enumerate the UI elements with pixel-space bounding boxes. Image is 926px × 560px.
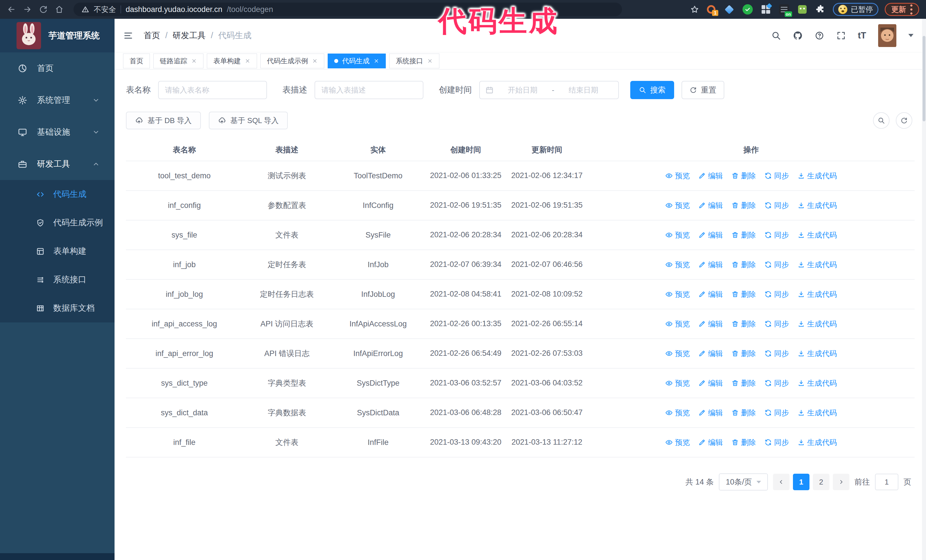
menu-toggle-icon[interactable] <box>123 30 133 41</box>
help-icon[interactable] <box>815 31 824 41</box>
action-generate[interactable]: 生成代码 <box>797 378 837 388</box>
action-edit[interactable]: 编辑 <box>698 319 723 329</box>
action-generate[interactable]: 生成代码 <box>797 201 837 210</box>
action-edit[interactable]: 编辑 <box>698 408 723 418</box>
action-generate[interactable]: 生成代码 <box>797 349 837 359</box>
sidebar-subitem-codegen-example[interactable]: 代码生成示例 <box>0 208 115 237</box>
action-edit[interactable]: 编辑 <box>698 438 723 447</box>
search-icon[interactable] <box>771 31 781 41</box>
table-row[interactable]: sys_dict_type字典类型表SysDictType2021-03-06 … <box>126 368 915 398</box>
toggle-search-button[interactable] <box>873 112 890 129</box>
action-sync[interactable]: 同步 <box>764 201 789 210</box>
sidebar-item-infra[interactable]: 基础设施 <box>0 116 115 148</box>
extension-gem-icon[interactable] <box>723 3 735 15</box>
action-generate[interactable]: 生成代码 <box>797 260 837 270</box>
import-db-button[interactable]: 基于 DB 导入 <box>126 112 201 129</box>
page-button-2[interactable]: 2 <box>813 474 829 490</box>
action-preview[interactable]: 预览 <box>665 349 690 359</box>
fullscreen-icon[interactable] <box>836 31 846 41</box>
profile-paused-badge[interactable]: 已暂停 <box>833 3 878 16</box>
action-sync[interactable]: 同步 <box>764 290 789 299</box>
action-preview[interactable]: 预览 <box>665 260 690 270</box>
scrollbar-thumb[interactable] <box>923 36 925 121</box>
extension-check-icon[interactable] <box>741 3 754 15</box>
table-row[interactable]: sys_file文件表SysFile2021-02-06 20:28:34202… <box>126 220 915 250</box>
action-preview[interactable]: 预览 <box>665 230 690 240</box>
reload-icon[interactable] <box>39 5 48 14</box>
sidebar-collapse-bar[interactable] <box>0 553 115 560</box>
action-sync[interactable]: 同步 <box>764 171 789 181</box>
tab-链路追踪[interactable]: 链路追踪 <box>153 54 203 68</box>
table-row[interactable]: inf_config参数配置表InfConfig2021-02-06 19:51… <box>126 191 915 220</box>
action-preview[interactable]: 预览 <box>665 201 690 210</box>
extension-tampermonkey-icon[interactable]: on <box>778 3 790 15</box>
reset-button[interactable]: 重置 <box>682 81 724 99</box>
tab-首页[interactable]: 首页 <box>123 54 150 68</box>
extension-grid-icon[interactable] <box>760 3 772 15</box>
action-edit[interactable]: 编辑 <box>698 230 723 240</box>
action-preview[interactable]: 预览 <box>665 319 690 329</box>
action-sync[interactable]: 同步 <box>764 230 789 240</box>
table-row[interactable]: inf_api_error_logAPI 错误日志InfApiErrorLog2… <box>126 339 915 368</box>
table-row[interactable]: tool_test_demo测试示例表ToolTestDemo2021-02-0… <box>126 161 915 191</box>
action-delete[interactable]: 删除 <box>731 438 756 447</box>
github-icon[interactable] <box>793 31 803 41</box>
action-preview[interactable]: 预览 <box>665 290 690 299</box>
date-range-picker[interactable]: 开始日期 - 结束日期 <box>479 81 619 99</box>
tab-代码生成[interactable]: 代码生成 <box>328 54 386 68</box>
page-button-1[interactable]: 1 <box>793 474 809 490</box>
sidebar-subitem-api[interactable]: 系统接口 <box>0 266 115 294</box>
action-edit[interactable]: 编辑 <box>698 378 723 388</box>
action-sync[interactable]: 同步 <box>764 319 789 329</box>
forward-icon[interactable] <box>23 5 32 14</box>
action-delete[interactable]: 删除 <box>731 290 756 299</box>
table-row[interactable]: inf_file文件表InfFile2021-03-13 09:43:20202… <box>126 428 915 457</box>
action-preview[interactable]: 预览 <box>665 378 690 388</box>
prev-page-button[interactable] <box>773 474 790 490</box>
action-delete[interactable]: 删除 <box>731 319 756 329</box>
action-edit[interactable]: 编辑 <box>698 290 723 299</box>
action-sync[interactable]: 同步 <box>764 260 789 270</box>
breadcrumb-item[interactable]: 研发工具 <box>172 30 206 41</box>
extensions-puzzle-icon[interactable] <box>815 3 826 15</box>
sidebar-subitem-codegen[interactable]: 代码生成 <box>0 180 115 208</box>
sidebar-item-home[interactable]: 首页 <box>0 53 115 84</box>
action-delete[interactable]: 删除 <box>731 230 756 240</box>
action-delete[interactable]: 删除 <box>731 349 756 359</box>
scrollbar[interactable] <box>922 19 926 560</box>
action-generate[interactable]: 生成代码 <box>797 230 837 240</box>
search-button[interactable]: 搜索 <box>630 81 674 99</box>
table-desc-input[interactable] <box>315 81 424 99</box>
home-icon[interactable] <box>55 5 64 14</box>
action-delete[interactable]: 删除 <box>731 378 756 388</box>
next-page-button[interactable] <box>833 474 849 490</box>
end-date-placeholder[interactable]: 结束日期 <box>554 85 613 95</box>
action-preview[interactable]: 预览 <box>665 408 690 418</box>
tab-系统接口[interactable]: 系统接口 <box>389 54 439 68</box>
refresh-table-button[interactable] <box>896 112 912 129</box>
action-edit[interactable]: 编辑 <box>698 201 723 210</box>
action-edit[interactable]: 编辑 <box>698 349 723 359</box>
action-generate[interactable]: 生成代码 <box>797 290 837 299</box>
action-generate[interactable]: 生成代码 <box>797 319 837 329</box>
table-name-input[interactable] <box>158 81 267 99</box>
caret-down-icon[interactable] <box>908 34 914 37</box>
action-preview[interactable]: 预览 <box>665 438 690 447</box>
action-sync[interactable]: 同步 <box>764 408 789 418</box>
table-row[interactable]: inf_job_log定时任务日志表InfJobLog2021-02-08 04… <box>126 280 915 309</box>
import-sql-button[interactable]: 基于 SQL 导入 <box>209 112 288 129</box>
action-sync[interactable]: 同步 <box>764 349 789 359</box>
app-logo[interactable]: 芋道管理系统 <box>0 19 115 53</box>
sidebar-subitem-form-builder[interactable]: 表单构建 <box>0 237 115 266</box>
avatar[interactable] <box>878 24 896 47</box>
action-sync[interactable]: 同步 <box>764 438 789 447</box>
extension-robot-icon[interactable] <box>796 3 808 15</box>
action-generate[interactable]: 生成代码 <box>797 171 837 181</box>
sidebar-item-system[interactable]: 系统管理 <box>0 84 115 116</box>
font-size-icon[interactable]: tT <box>858 30 866 41</box>
action-edit[interactable]: 编辑 <box>698 171 723 181</box>
breadcrumb-item[interactable]: 首页 <box>144 30 160 41</box>
back-icon[interactable] <box>7 5 16 14</box>
action-preview[interactable]: 预览 <box>665 171 690 181</box>
action-generate[interactable]: 生成代码 <box>797 408 837 418</box>
